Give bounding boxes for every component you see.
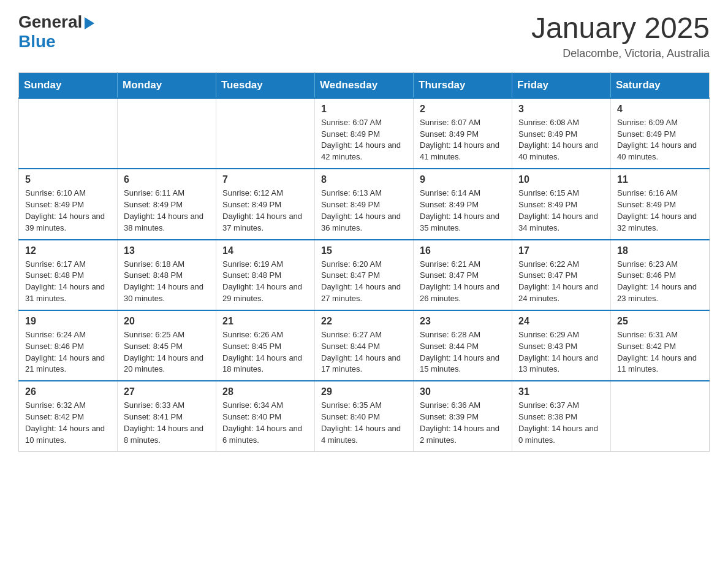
logo-top: General: [18, 12, 94, 32]
calendar-cell: 25Sunrise: 6:31 AM Sunset: 8:42 PM Dayli…: [611, 310, 710, 381]
day-info: Sunrise: 6:33 AM Sunset: 8:41 PM Dayligh…: [124, 400, 210, 446]
day-info: Sunrise: 6:12 AM Sunset: 8:49 PM Dayligh…: [222, 188, 308, 234]
month-title: January 2025: [531, 12, 710, 45]
day-number: 20: [124, 316, 210, 327]
day-number: 16: [420, 245, 506, 256]
col-friday: Friday: [512, 72, 611, 98]
day-info: Sunrise: 6:13 AM Sunset: 8:49 PM Dayligh…: [321, 188, 407, 234]
calendar-cell: [216, 98, 315, 169]
calendar-cell: 1Sunrise: 6:07 AM Sunset: 8:49 PM Daylig…: [315, 98, 414, 169]
day-info: Sunrise: 6:26 AM Sunset: 8:45 PM Dayligh…: [222, 329, 308, 375]
calendar-cell: 29Sunrise: 6:35 AM Sunset: 8:40 PM Dayli…: [315, 381, 414, 451]
day-number: 7: [222, 174, 308, 185]
day-info: Sunrise: 6:16 AM Sunset: 8:49 PM Dayligh…: [617, 188, 703, 234]
calendar-cell: 2Sunrise: 6:07 AM Sunset: 8:49 PM Daylig…: [414, 98, 512, 169]
page-header: General Blue January 2025 Delacombe, Vic…: [18, 12, 710, 60]
logo-general-text: General: [18, 12, 82, 32]
calendar-week-2: 5Sunrise: 6:10 AM Sunset: 8:49 PM Daylig…: [19, 169, 710, 239]
day-number: 17: [518, 245, 604, 256]
day-number: 18: [617, 245, 703, 256]
logo-blue-text: Blue: [18, 32, 56, 52]
calendar-cell: 14Sunrise: 6:19 AM Sunset: 8:48 PM Dayli…: [216, 240, 315, 310]
day-number: 30: [420, 386, 506, 397]
calendar-cell: 4Sunrise: 6:09 AM Sunset: 8:49 PM Daylig…: [611, 98, 710, 169]
day-number: 31: [518, 386, 604, 397]
day-number: 25: [617, 316, 703, 327]
day-info: Sunrise: 6:36 AM Sunset: 8:39 PM Dayligh…: [420, 400, 506, 446]
calendar-cell: 23Sunrise: 6:28 AM Sunset: 8:44 PM Dayli…: [414, 310, 512, 381]
calendar-cell: 3Sunrise: 6:08 AM Sunset: 8:49 PM Daylig…: [512, 98, 611, 169]
calendar-cell: 5Sunrise: 6:10 AM Sunset: 8:49 PM Daylig…: [19, 169, 118, 239]
day-info: Sunrise: 6:14 AM Sunset: 8:49 PM Dayligh…: [420, 188, 506, 234]
calendar-body: 1Sunrise: 6:07 AM Sunset: 8:49 PM Daylig…: [19, 98, 710, 451]
calendar-cell: 21Sunrise: 6:26 AM Sunset: 8:45 PM Dayli…: [216, 310, 315, 381]
day-info: Sunrise: 6:07 AM Sunset: 8:49 PM Dayligh…: [321, 117, 407, 163]
col-sunday: Sunday: [19, 72, 118, 98]
calendar-cell: [19, 98, 118, 169]
calendar-week-5: 26Sunrise: 6:32 AM Sunset: 8:42 PM Dayli…: [19, 381, 710, 451]
calendar-cell: 24Sunrise: 6:29 AM Sunset: 8:43 PM Dayli…: [512, 310, 611, 381]
day-info: Sunrise: 6:35 AM Sunset: 8:40 PM Dayligh…: [321, 400, 407, 446]
day-info: Sunrise: 6:31 AM Sunset: 8:42 PM Dayligh…: [617, 329, 703, 375]
day-info: Sunrise: 6:08 AM Sunset: 8:49 PM Dayligh…: [518, 117, 604, 163]
day-number: 5: [25, 174, 111, 185]
day-info: Sunrise: 6:37 AM Sunset: 8:38 PM Dayligh…: [518, 400, 604, 446]
day-info: Sunrise: 6:18 AM Sunset: 8:48 PM Dayligh…: [124, 259, 210, 305]
day-info: Sunrise: 6:23 AM Sunset: 8:46 PM Dayligh…: [617, 259, 703, 305]
logo-arrow-icon: [85, 17, 94, 29]
day-info: Sunrise: 6:32 AM Sunset: 8:42 PM Dayligh…: [25, 400, 111, 446]
calendar-cell: 30Sunrise: 6:36 AM Sunset: 8:39 PM Dayli…: [414, 381, 512, 451]
days-of-week-row: Sunday Monday Tuesday Wednesday Thursday…: [19, 72, 710, 98]
calendar-cell: 27Sunrise: 6:33 AM Sunset: 8:41 PM Dayli…: [118, 381, 216, 451]
calendar-cell: 31Sunrise: 6:37 AM Sunset: 8:38 PM Dayli…: [512, 381, 611, 451]
day-info: Sunrise: 6:34 AM Sunset: 8:40 PM Dayligh…: [222, 400, 308, 446]
calendar-cell: 8Sunrise: 6:13 AM Sunset: 8:49 PM Daylig…: [315, 169, 414, 239]
day-info: Sunrise: 6:11 AM Sunset: 8:49 PM Dayligh…: [124, 188, 210, 234]
day-number: 26: [25, 386, 111, 397]
day-number: 29: [321, 386, 407, 397]
day-info: Sunrise: 6:09 AM Sunset: 8:49 PM Dayligh…: [617, 117, 703, 163]
day-info: Sunrise: 6:19 AM Sunset: 8:48 PM Dayligh…: [222, 259, 308, 305]
day-info: Sunrise: 6:24 AM Sunset: 8:46 PM Dayligh…: [25, 329, 111, 375]
day-info: Sunrise: 6:29 AM Sunset: 8:43 PM Dayligh…: [518, 329, 604, 375]
day-info: Sunrise: 6:27 AM Sunset: 8:44 PM Dayligh…: [321, 329, 407, 375]
day-number: 14: [222, 245, 308, 256]
calendar-cell: [118, 98, 216, 169]
calendar-cell: [611, 381, 710, 451]
calendar-cell: 28Sunrise: 6:34 AM Sunset: 8:40 PM Dayli…: [216, 381, 315, 451]
calendar-cell: 13Sunrise: 6:18 AM Sunset: 8:48 PM Dayli…: [118, 240, 216, 310]
day-number: 1: [321, 104, 407, 115]
day-number: 19: [25, 316, 111, 327]
day-number: 21: [222, 316, 308, 327]
day-number: 2: [420, 104, 506, 115]
day-number: 23: [420, 316, 506, 327]
day-number: 6: [124, 174, 210, 185]
day-info: Sunrise: 6:07 AM Sunset: 8:49 PM Dayligh…: [420, 117, 506, 163]
day-info: Sunrise: 6:21 AM Sunset: 8:47 PM Dayligh…: [420, 259, 506, 305]
day-number: 12: [25, 245, 111, 256]
day-number: 3: [518, 104, 604, 115]
calendar-week-3: 12Sunrise: 6:17 AM Sunset: 8:48 PM Dayli…: [19, 240, 710, 310]
day-number: 22: [321, 316, 407, 327]
day-number: 15: [321, 245, 407, 256]
day-number: 24: [518, 316, 604, 327]
calendar-week-4: 19Sunrise: 6:24 AM Sunset: 8:46 PM Dayli…: [19, 310, 710, 381]
day-number: 27: [124, 386, 210, 397]
day-number: 10: [518, 174, 604, 185]
calendar-header: Sunday Monday Tuesday Wednesday Thursday…: [19, 72, 710, 98]
calendar-cell: 18Sunrise: 6:23 AM Sunset: 8:46 PM Dayli…: [611, 240, 710, 310]
calendar-cell: 22Sunrise: 6:27 AM Sunset: 8:44 PM Dayli…: [315, 310, 414, 381]
calendar-cell: 11Sunrise: 6:16 AM Sunset: 8:49 PM Dayli…: [611, 169, 710, 239]
location-label: Delacombe, Victoria, Australia: [531, 47, 710, 60]
calendar-cell: 12Sunrise: 6:17 AM Sunset: 8:48 PM Dayli…: [19, 240, 118, 310]
logo: General Blue: [18, 12, 94, 52]
col-tuesday: Tuesday: [216, 72, 315, 98]
calendar-cell: 9Sunrise: 6:14 AM Sunset: 8:49 PM Daylig…: [414, 169, 512, 239]
title-section: January 2025 Delacombe, Victoria, Austra…: [531, 12, 710, 60]
calendar-cell: 10Sunrise: 6:15 AM Sunset: 8:49 PM Dayli…: [512, 169, 611, 239]
day-info: Sunrise: 6:15 AM Sunset: 8:49 PM Dayligh…: [518, 188, 604, 234]
day-number: 8: [321, 174, 407, 185]
day-info: Sunrise: 6:10 AM Sunset: 8:49 PM Dayligh…: [25, 188, 111, 234]
calendar-cell: 19Sunrise: 6:24 AM Sunset: 8:46 PM Dayli…: [19, 310, 118, 381]
calendar-cell: 20Sunrise: 6:25 AM Sunset: 8:45 PM Dayli…: [118, 310, 216, 381]
